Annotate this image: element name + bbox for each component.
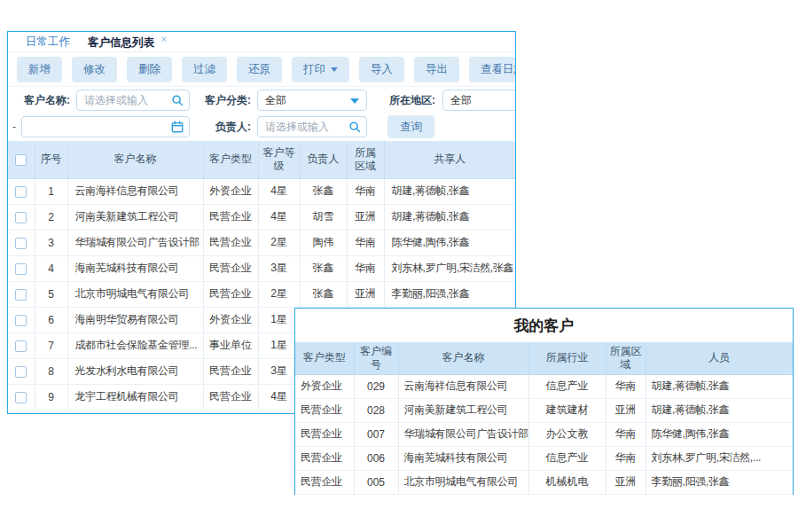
cell-select [8,204,35,230]
cell-customer-name[interactable]: 龙宇工程机械有限公司 [67,384,203,410]
cell-customer-level: 2星 [258,230,300,255]
print-button[interactable]: 打印 [292,57,349,82]
row-checkbox[interactable] [15,366,27,378]
cell-customer-name[interactable]: 华瑞城有限公司广告设计部 [67,230,203,255]
cell-no: 7 [35,332,67,358]
cell-region: 华南 [606,446,645,470]
cell-customer-type: 民营企业 [203,358,258,384]
search-icon[interactable] [348,121,361,133]
my-customers-panel: 我的客户 客户类型 客户编号 客户名称 所属行业 所属区域 人员 外资企业 02… [294,308,794,495]
col-no: 序号 [35,141,67,178]
cell-select [8,384,35,410]
col-customer-level: 客户等级 [258,141,300,178]
export-button[interactable]: 导出 [414,57,459,82]
row-checkbox[interactable] [15,238,27,249]
cell-customer-name[interactable]: 河南美新建筑工程公司 [67,204,203,230]
row-checkbox[interactable] [15,212,27,223]
close-icon[interactable]: × [160,34,166,44]
row-checkbox[interactable] [15,315,27,326]
view-log-button[interactable]: 查看日志 [469,57,516,82]
cell-select [8,332,35,358]
cell-customer-name[interactable]: 成都市社会保险基金管理... [67,332,203,358]
cell-select [8,281,35,307]
cell-customer-name[interactable]: 云南海祥信息有限公司 [67,178,203,204]
cell-staff: 胡建,蒋德帧,张鑫 [645,398,793,422]
row-checkbox[interactable] [15,186,27,198]
cell-shared: 陈华健,陶伟,张鑫 [384,230,515,255]
cell-customer-code[interactable]: 007 [354,422,398,446]
customer-name-label: 客户名称: [15,89,70,112]
region-input[interactable] [442,90,516,111]
cell-no: 5 [35,281,67,307]
cell-customer-name[interactable]: 华瑞城有限公司广告设计部 [398,422,528,446]
row-checkbox[interactable] [15,289,27,301]
cell-no: 2 [35,204,67,230]
col-owner: 负责人 [300,141,347,178]
cell-customer-level: 4星 [258,204,300,230]
date-field [21,116,190,137]
restore-button[interactable]: 还原 [237,57,282,82]
cell-customer-name[interactable]: 海南明华贸易有限公司 [67,307,203,332]
chevron-down-icon [331,67,338,72]
toolbar: 新增 修改 删除 过滤 还原 打印 导入 导出 查看日志 [8,52,515,87]
cell-region: 亚洲 [606,398,645,422]
row-checkbox[interactable] [15,392,27,403]
cell-customer-code[interactable]: 029 [354,374,398,398]
col-customer-code: 客户编号 [354,342,398,374]
row-checkbox[interactable] [15,340,27,352]
col-customer-name: 客户名称 [398,342,528,374]
cell-region: 华南 [606,422,645,446]
date-input[interactable] [21,116,190,137]
cell-select [8,307,35,332]
edit-button[interactable]: 修改 [72,57,117,82]
cell-region: 亚洲 [347,281,384,307]
table-row: 5 北京市明城电气有限公司 民营企业 2星 张鑫 亚洲 李勤丽,阳强,张鑫 [8,281,515,307]
cell-customer-name[interactable]: 光发水利水电有限公司 [67,358,203,384]
filter-area: 客户名称: 客户分类: 所在地区: - 负责人: [8,87,515,141]
cell-customer-code[interactable]: 028 [354,398,398,422]
cell-customer-name[interactable]: 河南美新建筑工程公司 [398,398,528,422]
cell-customer-code[interactable]: 005 [354,470,398,494]
add-button[interactable]: 新增 [17,57,62,82]
tab-daily-work[interactable]: 日常工作 [17,33,79,51]
import-button[interactable]: 导入 [359,57,404,82]
cell-no: 8 [35,358,67,384]
chevron-down-icon[interactable] [350,98,359,104]
cell-customer-name[interactable]: 北京市明城电气有限公司 [67,281,203,307]
cell-owner[interactable]: 陶伟 [300,230,347,255]
search-icon[interactable] [171,94,184,106]
delete-button[interactable]: 删除 [127,57,172,82]
cell-region: 华南 [347,178,384,204]
cell-industry: 建筑建材 [528,398,606,422]
cell-customer-level: 1星 [258,332,300,358]
select-all-checkbox[interactable] [15,154,27,166]
table-row: 4 海南芜城科技有限公司 民营企业 3星 张鑫 华南 刘东林,罗广明,宋洁然,张… [8,255,515,281]
cell-industry: 机械机电 [528,470,606,494]
col-customer-type: 客户类型 [203,141,258,178]
cell-customer-type: 民营企业 [203,230,258,255]
cell-owner[interactable]: 张鑫 [300,255,347,281]
cell-customer-level: 4星 [258,178,300,204]
cell-customer-name[interactable]: 海南芜城科技有限公司 [398,446,528,470]
cell-customer-code[interactable]: 006 [354,446,398,470]
cell-customer-type: 民营企业 [295,422,354,446]
table-row: 1 云南海祥信息有限公司 外资企业 4星 张鑫 华南 胡建,蒋德帧,张鑫 [8,178,515,204]
row-checkbox[interactable] [15,263,27,275]
cell-owner[interactable]: 胡雪 [300,204,347,230]
cell-customer-level: 2星 [258,281,300,307]
cell-customer-name[interactable]: 云南海祥信息有限公司 [398,374,528,398]
cell-owner[interactable]: 张鑫 [300,281,347,307]
panel-row: 民营企业 006 海南芜城科技有限公司 信息产业 华南 刘东林,罗广明,宋洁然,… [295,446,793,470]
calendar-icon[interactable] [171,121,184,133]
panel-row: 外资企业 029 云南海祥信息有限公司 信息产业 华南 胡建,蒋德帧,张鑫 [295,374,793,398]
cell-customer-name[interactable]: 海南芜城科技有限公司 [67,255,203,281]
cell-owner[interactable]: 张鑫 [300,178,347,204]
search-button[interactable]: 查询 [387,115,434,138]
cell-region: 亚洲 [347,204,384,230]
filter-button[interactable]: 过滤 [182,57,227,82]
cell-shared: 胡建,蒋德帧,张鑫 [384,204,515,230]
cell-customer-name[interactable]: 北京市明城电气有限公司 [398,470,528,494]
cell-customer-level: 3星 [258,358,300,384]
tab-customer-list[interactable]: 客户信息列表 × [79,32,176,52]
cell-shared: 刘东林,罗广明,宋洁然,张鑫 [384,255,515,281]
